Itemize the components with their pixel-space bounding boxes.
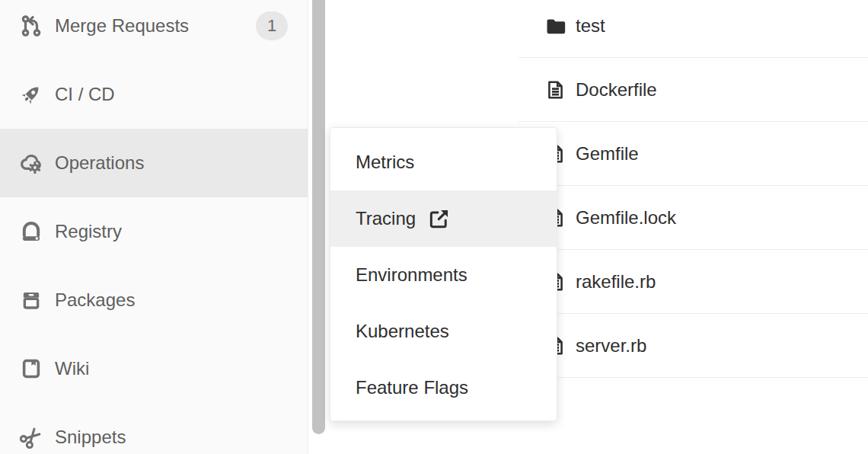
sidebar-item-registry[interactable]: Registry [0, 197, 308, 266]
file-row-dockerfile[interactable]: Dockerfile [518, 58, 868, 122]
cloud-gear-icon [20, 152, 43, 174]
menu-item-label: Environments [356, 264, 468, 286]
book-icon [20, 357, 43, 380]
document-icon [545, 78, 566, 101]
menu-item-environments[interactable]: Environments [330, 247, 557, 303]
scissors-icon [20, 426, 43, 449]
container-registry-icon [20, 220, 43, 243]
menu-item-feature-flags[interactable]: Feature Flags [330, 360, 557, 416]
menu-item-tracing[interactable]: Tracing [330, 190, 557, 247]
sidebar-scrollbar-track[interactable] [308, 0, 328, 454]
sidebar-item-merge-requests[interactable]: Merge Requests 1 [0, 0, 308, 60]
file-row-rakefile[interactable]: rakefile.rb [518, 250, 868, 314]
folder-icon [545, 14, 566, 37]
sidebar-item-operations[interactable]: Operations [0, 129, 308, 197]
file-name: Gemfile.lock [576, 207, 676, 229]
merge-requests-count-badge: 1 [256, 11, 288, 40]
file-name: Dockerfile [576, 79, 657, 101]
file-row-test[interactable]: test [518, 0, 868, 58]
package-icon [20, 289, 43, 312]
menu-item-label: Tracing [356, 208, 416, 229]
file-name: server.rb [576, 335, 646, 356]
sidebar-item-wiki[interactable]: Wiki [0, 334, 308, 403]
sidebar-item-packages[interactable]: Packages [0, 266, 308, 334]
menu-item-kubernetes[interactable]: Kubernetes [330, 303, 557, 360]
menu-item-metrics[interactable]: Metrics [330, 134, 557, 190]
file-row-gemfile-lock[interactable]: Gemfile.lock [518, 186, 868, 250]
sidebar-item-label: CI / CD [55, 84, 115, 105]
file-row-gemfile[interactable]: Gemfile [518, 122, 868, 186]
sidebar-scrollbar-thumb[interactable] [312, 0, 325, 434]
file-name: rakefile.rb [576, 271, 656, 293]
sidebar-item-label: Registry [55, 221, 122, 242]
rocket-icon [20, 83, 43, 106]
operations-flyout-menu: Metrics Tracing Environments Kubernetes … [330, 127, 557, 421]
sidebar-item-label: Wiki [55, 358, 89, 379]
sidebar-item-snippets[interactable]: Snippets [0, 403, 308, 454]
sidebar-item-label: Snippets [55, 427, 126, 448]
menu-item-label: Feature Flags [356, 377, 468, 398]
file-name: Gemfile [576, 143, 639, 165]
sidebar-item-ci-cd[interactable]: CI / CD [0, 60, 308, 129]
menu-item-label: Metrics [356, 152, 414, 173]
sidebar-item-label: Merge Requests [55, 15, 189, 37]
merge-request-icon [20, 14, 43, 37]
sidebar-item-label: Packages [55, 289, 135, 311]
file-name: test [576, 15, 605, 37]
file-row-server[interactable]: server.rb [518, 314, 868, 378]
sidebar-item-label: Operations [55, 152, 144, 174]
gitlab-project-page: test Dockerfile Gemfile Gemfile.lock rak [0, 0, 868, 454]
project-sidebar: Merge Requests 1 CI / CD [0, 0, 308, 454]
external-link-icon [429, 208, 450, 229]
menu-item-label: Kubernetes [356, 321, 449, 342]
